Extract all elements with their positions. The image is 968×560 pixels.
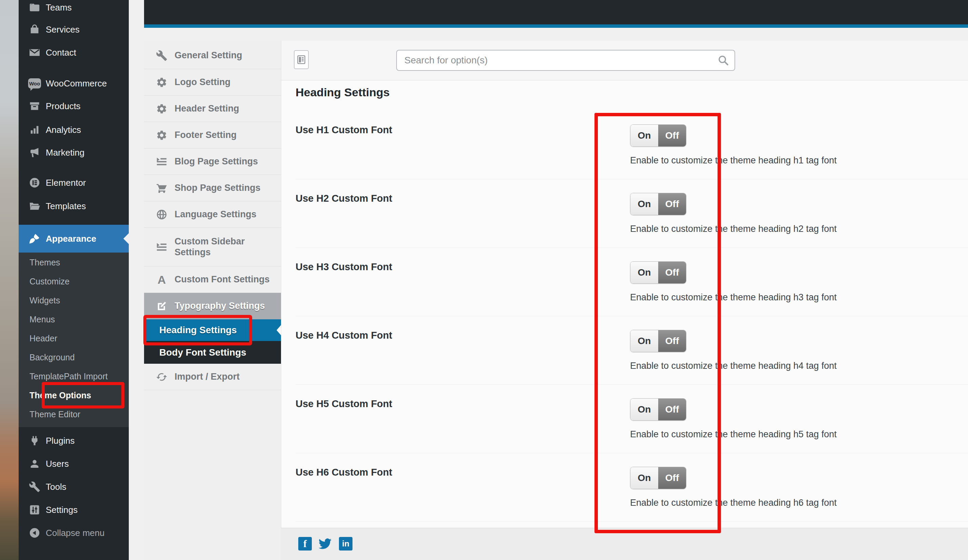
submenu-item-theme-editor[interactable]: Theme Editor: [19, 405, 129, 424]
folder-icon: [28, 1, 41, 14]
toggle-on-option[interactable]: On: [630, 262, 658, 283]
toggle-on-option[interactable]: On: [630, 399, 658, 420]
nav-item-custom-sidebar-settings[interactable]: Custom Sidebar Settings: [144, 228, 281, 267]
gear-icon: [155, 76, 169, 89]
setting-label: Use H3 Custom Font: [295, 261, 392, 273]
h5-custom-font-toggle[interactable]: On Off: [630, 398, 686, 421]
nav-item-logo-setting[interactable]: Logo Setting: [144, 69, 281, 96]
sidebar-item-plugins[interactable]: Plugins: [19, 429, 129, 452]
submenu-item-templatepath-import[interactable]: TemplatePath Import: [19, 367, 129, 386]
nav-item-heading-settings[interactable]: Heading Settings: [144, 319, 281, 341]
indented-list-icon: [155, 240, 169, 254]
toggle-on-option[interactable]: On: [630, 125, 658, 146]
envelope-icon: [28, 46, 41, 59]
toggle-off-option[interactable]: Off: [658, 193, 686, 215]
submenu-label: Widgets: [30, 296, 60, 305]
h6-custom-font-toggle[interactable]: On Off: [630, 467, 686, 489]
collapse-menu-button[interactable]: Collapse menu: [19, 521, 129, 544]
setting-row-h6: Use H6 Custom Font On Off Enable to cust…: [295, 453, 968, 522]
sidebar-item-label: WooCommerce: [46, 78, 107, 89]
nav-item-language-settings[interactable]: Language Settings: [144, 201, 281, 228]
nav-item-custom-font-settings[interactable]: A Custom Font Settings: [144, 267, 281, 293]
toggle-off-option[interactable]: Off: [658, 125, 686, 146]
setting-row-h3: Use H3 Custom Font On Off Enable to cust…: [295, 248, 968, 316]
nav-item-import-export[interactable]: Import / Export: [144, 364, 281, 390]
setting-row-h5: Use H5 Custom Font On Off Enable to cust…: [295, 385, 968, 453]
sidebar-item-label: Teams: [46, 2, 72, 13]
sidebar-item-elementor[interactable]: Elementor: [19, 171, 129, 194]
sidebar-item-label: Users: [46, 459, 69, 469]
sidebar-item-label: Services: [46, 25, 80, 35]
sidebar-item-services[interactable]: Services: [19, 18, 129, 41]
setting-label: Use H1 Custom Font: [295, 124, 392, 136]
toggle-off-option[interactable]: Off: [658, 467, 686, 489]
cart-icon: [155, 181, 169, 195]
sidebar-item-label: Collapse menu: [46, 528, 104, 538]
sidebar-item-teams[interactable]: Teams: [19, 0, 129, 19]
sidebar-item-users[interactable]: Users: [19, 452, 129, 475]
submenu-item-themes[interactable]: Themes: [19, 253, 129, 272]
submenu-label: Background: [30, 353, 75, 362]
sidebar-item-analytics[interactable]: Analytics: [19, 118, 129, 141]
footer-band: f in: [281, 528, 968, 560]
sidebar-item-label: Settings: [46, 505, 78, 515]
h4-custom-font-toggle[interactable]: On Off: [630, 330, 686, 352]
sidebar-item-marketing[interactable]: Marketing: [19, 141, 129, 164]
setting-description: Enable to customize the theme heading h1…: [630, 155, 837, 166]
sidebar-item-label: Products: [46, 101, 81, 111]
nav-item-header-setting[interactable]: Header Setting: [144, 96, 281, 122]
setting-description: Enable to customize the theme heading h3…: [630, 292, 837, 303]
submenu-item-theme-options[interactable]: Theme Options: [19, 386, 129, 405]
nav-item-general-setting[interactable]: General Setting: [144, 42, 281, 69]
h1-custom-font-toggle[interactable]: On Off: [630, 124, 686, 147]
nav-item-footer-setting[interactable]: Footer Setting: [144, 122, 281, 149]
submenu-item-widgets[interactable]: Widgets: [19, 291, 129, 310]
nav-item-body-font-settings[interactable]: Body Font Settings: [144, 341, 281, 364]
nav-item-blog-page-settings[interactable]: Blog Page Settings: [144, 149, 281, 175]
archive-box-icon: [28, 99, 41, 113]
submenu-item-header[interactable]: Header: [19, 329, 129, 348]
toggle-off-option[interactable]: Off: [658, 262, 686, 283]
submenu-item-customize[interactable]: Customize: [19, 272, 129, 291]
nav-item-label: Import / Export: [174, 371, 240, 382]
sliders-icon: [28, 504, 41, 516]
h2-custom-font-toggle[interactable]: On Off: [630, 193, 686, 215]
toggle-on-option[interactable]: On: [630, 467, 658, 489]
sidebar-item-woocommerce[interactable]: Woo WooCommerce: [19, 72, 129, 95]
settings-content-panel: Heading Settings Use H1 Custom Font On O…: [281, 41, 968, 560]
setting-label: Use H4 Custom Font: [295, 330, 392, 341]
globe-icon: [155, 208, 169, 221]
linkedin-icon[interactable]: in: [339, 537, 353, 550]
layout-toggle-button[interactable]: [294, 50, 309, 69]
nav-item-label: Custom Sidebar Settings: [174, 236, 249, 257]
toggle-on-option[interactable]: On: [630, 330, 658, 352]
sidebar-item-products[interactable]: Products: [19, 94, 129, 118]
submenu-item-menus[interactable]: Menus: [19, 310, 129, 329]
setting-label: Use H2 Custom Font: [295, 193, 392, 204]
nav-item-label: Logo Setting: [174, 77, 230, 88]
h3-custom-font-toggle[interactable]: On Off: [630, 261, 686, 284]
chevron-down-icon: [261, 157, 272, 167]
facebook-icon[interactable]: f: [298, 537, 312, 550]
submenu-item-background[interactable]: Background: [19, 348, 129, 367]
toggle-off-option[interactable]: Off: [658, 330, 686, 352]
sidebar-item-settings[interactable]: Settings: [19, 498, 129, 521]
search-icon[interactable]: [718, 55, 729, 66]
search-input[interactable]: [396, 50, 735, 71]
sidebar-item-contact[interactable]: Contact: [19, 41, 129, 64]
nav-item-label: Typography Settings: [174, 301, 265, 311]
sidebar-item-tools[interactable]: Tools: [19, 475, 129, 498]
nav-item-shop-page-settings[interactable]: Shop Page Settings: [144, 175, 281, 201]
indented-list-icon: [155, 155, 169, 169]
sidebar-item-templates[interactable]: Templates: [19, 195, 129, 218]
wrench-icon: [155, 49, 169, 62]
toggle-on-option[interactable]: On: [630, 193, 658, 215]
toggle-off-option[interactable]: Off: [658, 399, 686, 420]
sidebar-item-label: Templates: [46, 201, 86, 212]
search-box: [396, 50, 735, 71]
nav-item-typography-settings[interactable]: Typography Settings: [144, 293, 281, 319]
twitter-icon[interactable]: [317, 537, 333, 550]
woo-bubble-icon: Woo: [28, 77, 41, 90]
sidebar-item-appearance[interactable]: Appearance: [19, 225, 129, 253]
sidebar-item-label: Plugins: [46, 436, 75, 446]
